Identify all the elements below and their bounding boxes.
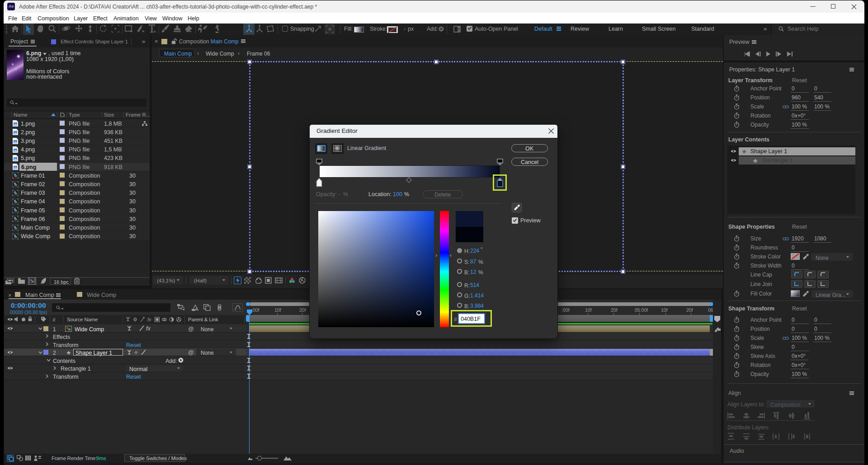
svg-text:fx: fx <box>147 317 151 322</box>
